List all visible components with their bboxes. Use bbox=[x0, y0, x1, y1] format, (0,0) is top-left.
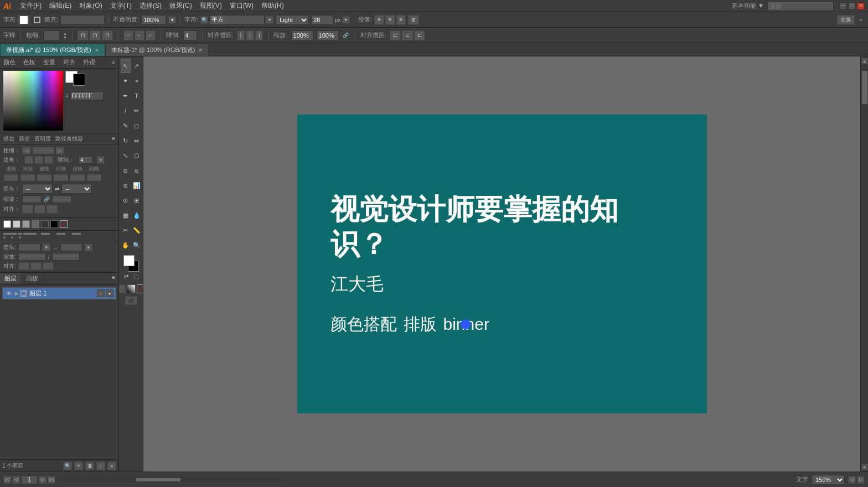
new-stroke-tab[interactable]: 新变 bbox=[19, 135, 30, 143]
restore-button[interactable]: □ bbox=[848, 2, 856, 10]
tab-recording-close[interactable]: ✕ bbox=[95, 47, 99, 53]
swap-colors-icon[interactable]: ⇄ bbox=[122, 272, 131, 281]
arrow-end-select[interactable]: -- bbox=[61, 184, 92, 194]
limit-panel-input[interactable] bbox=[79, 156, 92, 164]
arrow-left-dropdown[interactable]: ▼ bbox=[43, 244, 50, 251]
page-last-btn[interactable]: ▷| bbox=[48, 476, 55, 484]
pathfinder-tab[interactable]: 路径查找器 bbox=[55, 135, 83, 143]
delete-layer-btn[interactable]: 🗑 bbox=[85, 462, 94, 470]
corner-round-btn[interactable] bbox=[34, 156, 43, 164]
opacity-options[interactable]: ▼ bbox=[168, 16, 176, 24]
align3-left[interactable]: ⊏ bbox=[390, 30, 401, 40]
tab-untitled-close[interactable]: ✕ bbox=[198, 47, 203, 53]
direct-select-tool[interactable]: ↗ bbox=[132, 59, 142, 73]
stroke-align-outside[interactable]: | bbox=[255, 30, 264, 40]
move-layer-btn[interactable]: ↑ bbox=[96, 462, 105, 470]
new-layer-btn[interactable]: + bbox=[74, 462, 83, 470]
cap-round[interactable]: ⊓ bbox=[90, 30, 101, 40]
font-input[interactable] bbox=[209, 15, 265, 25]
menu-window[interactable]: 窗口(W) bbox=[226, 0, 257, 12]
gradient-tool[interactable]: ▦ bbox=[121, 208, 131, 222]
gradient-mode-btn[interactable] bbox=[127, 284, 136, 293]
layers-panel-menu[interactable]: ≡ bbox=[108, 273, 118, 284]
dash-solid[interactable] bbox=[3, 233, 37, 235]
paintbrush-tool[interactable]: ✏ bbox=[132, 103, 142, 118]
swatch-lightgray[interactable] bbox=[13, 220, 20, 228]
weight-spinner[interactable]: ▲ ▼ bbox=[63, 32, 67, 39]
page-num-input[interactable] bbox=[21, 475, 38, 484]
join-miter[interactable]: ⌐ bbox=[123, 30, 133, 40]
align-left-btn[interactable]: ≡ bbox=[374, 15, 384, 25]
align4-btn1[interactable] bbox=[18, 262, 29, 270]
swatch-tab[interactable]: 色板 bbox=[23, 58, 35, 66]
background-color[interactable] bbox=[73, 74, 85, 86]
layers-panel-options[interactable]: ≡ bbox=[107, 462, 116, 470]
limit-spinner[interactable]: ▼ bbox=[97, 156, 105, 164]
dash-input-2[interactable] bbox=[37, 174, 52, 182]
minimize-button[interactable]: ─ bbox=[839, 2, 847, 10]
magic-wand-tool[interactable]: ✦ bbox=[121, 74, 131, 88]
scale-row2-y[interactable] bbox=[52, 253, 80, 261]
scale-tool[interactable]: ⤡ bbox=[121, 148, 131, 163]
layer-expand-arrow[interactable]: ▶ bbox=[15, 291, 18, 296]
weight-input[interactable] bbox=[43, 30, 60, 40]
corner-bevel-btn[interactable] bbox=[44, 156, 53, 164]
weight-panel-input[interactable] bbox=[32, 147, 54, 154]
dash-input-1[interactable] bbox=[3, 174, 19, 182]
fill-color-swatch[interactable] bbox=[18, 15, 30, 25]
arrow-start-select[interactable]: -- bbox=[22, 184, 53, 194]
stroke-align-panel-3[interactable] bbox=[46, 205, 58, 214]
stroke-align-panel-1[interactable] bbox=[22, 205, 33, 214]
artboard-tab[interactable]: 画板 bbox=[22, 273, 43, 284]
arrow-right-input[interactable] bbox=[60, 244, 82, 251]
layers-tab[interactable]: 图层 bbox=[0, 273, 22, 284]
scroll-thumb[interactable] bbox=[862, 71, 867, 104]
link-scale-btn[interactable]: 🔗 bbox=[342, 32, 350, 39]
weight-right-arrow[interactable]: ▷ bbox=[55, 147, 64, 154]
scroll-up-arrow[interactable]: ▲ bbox=[861, 58, 868, 64]
scale-x-panel-input[interactable] bbox=[22, 195, 42, 203]
line-tool[interactable]: / bbox=[121, 103, 131, 118]
page-next-btn[interactable]: ▷ bbox=[39, 476, 46, 484]
gap-input-2[interactable] bbox=[53, 174, 69, 182]
workspace-label[interactable]: 基本功能 ▼ bbox=[732, 2, 764, 10]
page-prev-btn[interactable]: ◁ bbox=[12, 476, 20, 484]
scroll-down-arrow[interactable]: ▼ bbox=[861, 464, 868, 470]
stroke-tab[interactable]: 描边 bbox=[3, 135, 14, 143]
more-options-btn[interactable]: ⊞ bbox=[408, 15, 419, 25]
align3-right[interactable]: ⊏ bbox=[414, 30, 425, 40]
stroke-panel-menu[interactable]: ≡ bbox=[112, 136, 115, 142]
menu-object[interactable]: 对象(O) bbox=[76, 0, 105, 12]
cap-butt[interactable]: ⊓ bbox=[78, 30, 89, 40]
font-dropdown-arrow[interactable]: ▼ bbox=[266, 16, 273, 24]
none-mode-btn[interactable] bbox=[137, 284, 144, 293]
find-layer-btn[interactable]: 🔍 bbox=[63, 462, 72, 470]
pen-tool[interactable]: ✒ bbox=[121, 89, 131, 103]
font-search-icon[interactable]: 🔍 bbox=[200, 16, 208, 24]
appearance-tab[interactable]: 外观 bbox=[83, 58, 95, 66]
variable-tab[interactable]: 变量 bbox=[43, 58, 55, 66]
dash-input-3[interactable] bbox=[70, 174, 85, 182]
transparency-tab[interactable]: 透明度 bbox=[34, 135, 51, 143]
align-right-btn[interactable]: ≡ bbox=[396, 15, 406, 25]
status-right-arrow[interactable]: ▷ bbox=[857, 476, 865, 484]
layer-lock-btn[interactable]: ○ bbox=[97, 289, 105, 297]
hand-tool[interactable]: ✋ bbox=[121, 238, 131, 252]
width-tool[interactable]: ⧅ bbox=[132, 163, 142, 178]
stroke-align-center[interactable]: | bbox=[237, 30, 245, 40]
swatch-black[interactable] bbox=[50, 220, 58, 228]
blend-tool[interactable]: ⧆ bbox=[121, 178, 131, 193]
menu-file[interactable]: 文件(F) bbox=[17, 0, 45, 12]
panel-menu-btn[interactable]: ≡ bbox=[112, 59, 115, 65]
tool-fg-color[interactable] bbox=[123, 255, 135, 266]
status-left-arrow[interactable]: ◁ bbox=[848, 476, 856, 484]
transform-btn[interactable]: 变换 bbox=[837, 15, 855, 25]
menu-edit[interactable]: 编辑(E) bbox=[46, 0, 75, 12]
font-size-input[interactable] bbox=[311, 15, 333, 25]
color-tab[interactable]: 颜色 bbox=[3, 58, 16, 66]
close-button[interactable]: ✕ bbox=[857, 2, 865, 10]
align4-btn2[interactable] bbox=[30, 262, 42, 270]
rotate-tool[interactable]: ↻ bbox=[121, 133, 131, 148]
reflect-tool[interactable]: ⇔ bbox=[132, 133, 142, 148]
dash-dotted[interactable] bbox=[3, 236, 21, 239]
